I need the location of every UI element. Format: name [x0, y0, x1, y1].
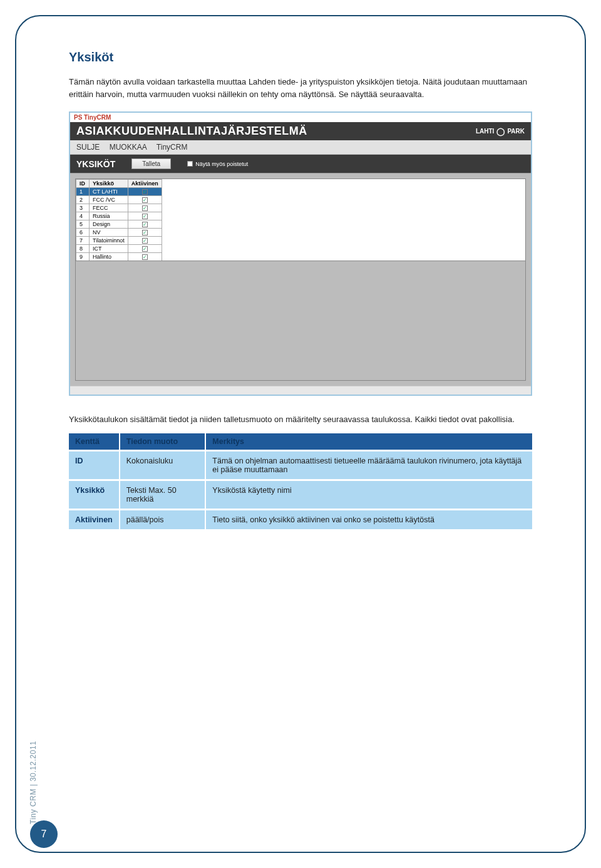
check-icon: ✓	[142, 197, 148, 203]
talleta-button[interactable]: Talleta	[131, 158, 171, 169]
app-screenshot: PS TinyCRM ASIAKKUUDENHALLINTAJÄRJESTELM…	[69, 111, 532, 396]
check-icon: ✓	[142, 246, 148, 252]
cell-name: NV	[90, 229, 128, 237]
app-ps-label: PS TinyCRM	[70, 113, 531, 122]
check-icon: ✓	[142, 238, 148, 244]
table-row[interactable]: 1CT LAHTI✓	[76, 188, 162, 196]
cell-id: 9	[76, 253, 90, 261]
app-toolbar: YKSIKÖT Talleta Näytä myös poistetut	[70, 155, 531, 173]
check-icon: ✓	[142, 205, 148, 211]
after-paragraph: Yksikkötaulukon sisältämät tiedot ja nii…	[69, 413, 532, 426]
logo-lahti: LAHTI	[476, 128, 494, 135]
app-menu: SULJE MUOKKAA TinyCRM	[70, 140, 531, 155]
col-yksikko: Yksikkö	[90, 180, 128, 188]
cell-id: 1	[76, 188, 90, 196]
check-icon: ✓	[142, 214, 148, 219]
section-heading: Yksiköt	[69, 50, 532, 65]
cell-id: 5	[76, 220, 90, 229]
cell-active: ✓	[128, 253, 162, 261]
cell-active: ✓	[128, 196, 162, 204]
menu-muokkaa[interactable]: MUOKKAA	[110, 143, 147, 152]
cell-id: 2	[76, 196, 90, 204]
desc-meaning: Tämä on ohjelman automaattisesti tietuee…	[206, 450, 532, 479]
desc-field: Aktiivinen	[69, 509, 120, 529]
cell-name: FECC	[90, 204, 128, 212]
units-table[interactable]: ID Yksikkö Aktiivinen 1CT LAHTI✓2FCC /VC…	[76, 179, 162, 269]
show-deleted-checkbox[interactable]: Näytä myös poistetut	[187, 161, 248, 167]
app-statusbar	[70, 386, 531, 395]
grid-panel: ID Yksikkö Aktiivinen 1CT LAHTI✓2FCC /VC…	[70, 173, 531, 386]
cell-name: Tilatoiminnot	[90, 237, 128, 245]
cell-active: ✓	[128, 237, 162, 245]
app-header: ASIAKKUUDENHALLINTAJÄRJESTELMÄ LAHTI ◯ P…	[70, 122, 531, 140]
desc-col-kentta: Kenttä	[69, 433, 120, 450]
grid-empty-area	[76, 261, 525, 380]
checkbox-icon	[187, 161, 193, 167]
table-row[interactable]: 3FECC✓	[76, 204, 162, 212]
table-row[interactable]: 7Tilatoiminnot✓	[76, 237, 162, 245]
desc-type: Kokonaisluku	[120, 450, 207, 479]
logo-park: PARK	[507, 128, 525, 135]
desc-row: Aktiivinenpäällä/poisTieto siitä, onko y…	[69, 509, 532, 529]
cell-name: ICT	[90, 245, 128, 253]
intro-paragraph: Tämän näytön avulla voidaan tarkastella …	[69, 76, 532, 100]
footer-side-text: Tiny CRM | 30.12.2011	[29, 741, 38, 824]
table-row[interactable]: 8ICT✓	[76, 245, 162, 253]
cell-id: 4	[76, 212, 90, 220]
desc-row: IDKokonaislukuTämä on ohjelman automaatt…	[69, 450, 532, 479]
logo-sp-icon: ◯	[496, 127, 505, 136]
cell-id: 6	[76, 229, 90, 237]
cell-id: 8	[76, 245, 90, 253]
page-content: Yksiköt Tämän näytön avulla voidaan tark…	[69, 50, 532, 529]
check-icon: ✓	[142, 222, 148, 227]
cell-id: 7	[76, 237, 90, 245]
desc-row: YksikköTeksti Max. 50 merkkiäYksiköstä k…	[69, 479, 532, 509]
cell-id: 3	[76, 204, 90, 212]
menu-tinycrm[interactable]: TinyCRM	[157, 143, 188, 152]
cell-name: Russia	[90, 212, 128, 220]
table-row[interactable]: 4Russia✓	[76, 212, 162, 220]
section-label: YKSIKÖT	[76, 159, 115, 169]
table-row[interactable]: 2FCC /VC✓	[76, 196, 162, 204]
cell-name: Design	[90, 220, 128, 229]
check-icon: ✓	[142, 230, 148, 235]
cell-name: Hallinto	[90, 253, 128, 261]
cell-active: ✓	[128, 212, 162, 220]
cell-active: ✓	[128, 220, 162, 229]
cell-active: ✓	[128, 188, 162, 196]
menu-sulje[interactable]: SULJE	[76, 143, 100, 152]
cell-name: FCC /VC	[90, 196, 128, 204]
desc-col-muoto: Tiedon muoto	[120, 433, 207, 450]
check-icon: ✓	[142, 254, 148, 260]
desc-type: Teksti Max. 50 merkkiä	[120, 479, 207, 509]
show-deleted-label: Näytä myös poistetut	[195, 161, 248, 167]
desc-type: päällä/pois	[120, 509, 207, 529]
desc-meaning: Yksiköstä käytetty nimi	[206, 479, 532, 509]
desc-field: ID	[69, 450, 120, 479]
desc-col-merkitys: Merkitys	[206, 433, 532, 450]
col-id: ID	[76, 180, 90, 188]
app-logo: LAHTI ◯ PARK	[476, 127, 525, 136]
table-row[interactable]: 9Hallinto✓	[76, 253, 162, 261]
cell-active: ✓	[128, 245, 162, 253]
table-row[interactable]: 5Design✓	[76, 220, 162, 229]
description-table: Kenttä Tiedon muoto Merkitys IDKokonaisl…	[69, 433, 532, 529]
grid-wrap: ID Yksikkö Aktiivinen 1CT LAHTI✓2FCC /VC…	[75, 178, 526, 381]
page-number: 7	[30, 820, 58, 848]
desc-meaning: Tieto siitä, onko yksikkö aktiivinen vai…	[206, 509, 532, 529]
table-row[interactable]: 6NV✓	[76, 229, 162, 237]
desc-field: Yksikkö	[69, 479, 120, 509]
cell-name: CT LAHTI	[90, 188, 128, 196]
cell-active: ✓	[128, 204, 162, 212]
cell-active: ✓	[128, 229, 162, 237]
check-icon: ✓	[142, 189, 148, 195]
app-title: ASIAKKUUDENHALLINTAJÄRJESTELMÄ	[76, 125, 307, 138]
col-aktiivinen: Aktiivinen	[128, 180, 162, 188]
